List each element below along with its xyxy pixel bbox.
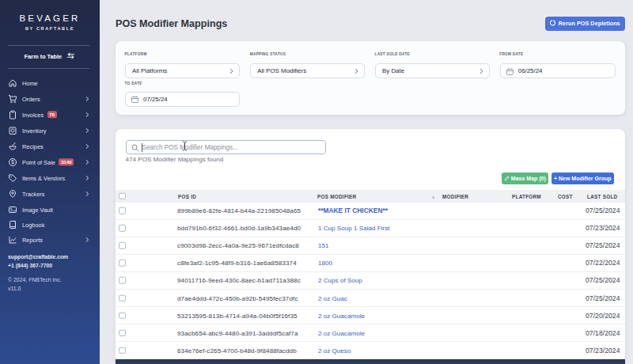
svg-text:$: $ — [11, 159, 14, 165]
